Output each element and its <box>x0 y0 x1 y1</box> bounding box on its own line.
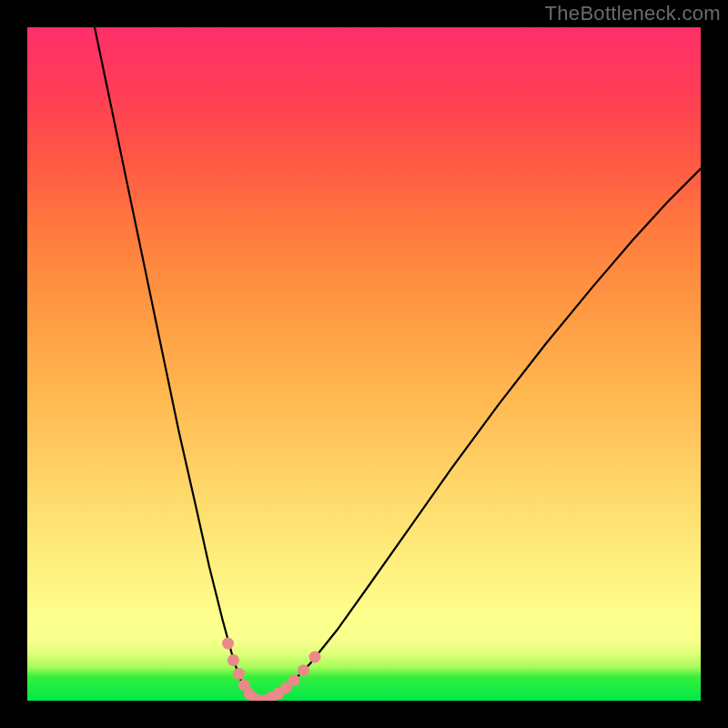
curve-layer <box>27 27 701 701</box>
chart-frame: TheBottleneck.com <box>0 0 728 728</box>
curve-right-branch <box>259 168 701 701</box>
marker-dot <box>298 664 309 676</box>
watermark-text: TheBottleneck.com <box>545 2 721 25</box>
marker-dot <box>233 668 245 680</box>
plot-area <box>27 27 701 701</box>
marker-dot <box>222 638 234 650</box>
marker-group <box>222 638 320 701</box>
curve-left-branch <box>95 27 259 701</box>
marker-dot <box>288 674 300 686</box>
marker-dot <box>308 651 320 662</box>
marker-dot <box>228 654 239 666</box>
